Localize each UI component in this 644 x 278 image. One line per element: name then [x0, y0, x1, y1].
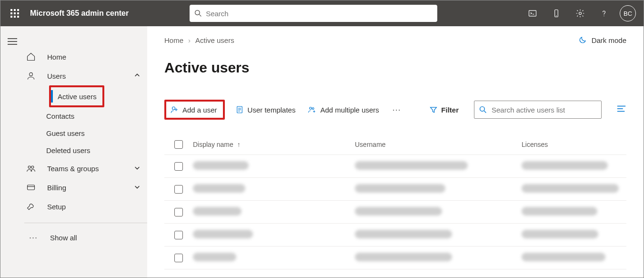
cell-licenses [522, 230, 598, 238]
cell-username [355, 253, 452, 261]
sidebar-item-teams-groups[interactable]: Teams & groups [24, 159, 147, 178]
help-icon[interactable] [594, 3, 614, 23]
add-user-label: Add a user [182, 106, 217, 114]
sidebar-show-all-label: Show all [50, 234, 77, 242]
filter-icon [430, 106, 437, 113]
sidebar-sub-label: Contacts [46, 112, 74, 120]
highlight-add-user: Add a user [164, 100, 225, 120]
list-search-box[interactable] [474, 101, 602, 119]
svg-point-21 [28, 166, 30, 168]
add-multiple-label: Add multiple users [320, 106, 379, 114]
sidebar-item-setup[interactable]: Setup [24, 197, 147, 216]
svg-rect-23 [28, 185, 35, 190]
sidebar-item-label: Users [47, 72, 66, 80]
add-user-button[interactable]: Add a user [168, 103, 219, 117]
chevron-up-icon [134, 72, 141, 80]
cell-licenses [522, 207, 597, 216]
billing-icon [24, 183, 41, 192]
cell-licenses [522, 184, 619, 193]
cell-licenses [522, 161, 608, 170]
filter-button[interactable]: Filter [430, 106, 459, 114]
row-checkbox[interactable] [174, 162, 183, 171]
row-checkbox[interactable] [174, 185, 183, 194]
svg-rect-5 [17, 12, 19, 14]
col-header-display-name[interactable]: Display name↑ [193, 141, 355, 148]
col-header-licenses[interactable]: Licenses [522, 141, 626, 148]
global-search-box[interactable] [190, 5, 437, 22]
search-icon [479, 106, 487, 113]
sidebar-item-home[interactable]: Home [24, 47, 147, 66]
svg-line-10 [200, 14, 201, 16]
sidebar-sub-deleted-users[interactable]: Deleted users [41, 142, 147, 159]
chevron-down-icon [134, 184, 141, 192]
cell-username [355, 184, 445, 193]
moon-icon [578, 36, 587, 44]
list-search-input[interactable] [492, 106, 596, 114]
sidebar-item-label: Home [47, 53, 66, 61]
add-multiple-users-button[interactable]: Add multiple users [306, 103, 381, 117]
sidebar-users-sublist: Active users Contacts Guest users Delete… [24, 85, 147, 159]
user-templates-button[interactable]: User templates [233, 103, 298, 117]
svg-rect-0 [10, 9, 12, 11]
sidebar-sub-guest-users[interactable]: Guest users [41, 124, 147, 142]
svg-point-16 [604, 16, 604, 16]
table-row[interactable] [164, 201, 626, 224]
account-avatar[interactable]: BC [620, 5, 636, 21]
svg-rect-11 [529, 10, 536, 16]
col-header-username[interactable]: Username [355, 141, 522, 148]
sidebar-divider [24, 223, 147, 223]
cell-licenses [522, 253, 605, 261]
global-search-input[interactable] [206, 10, 433, 18]
cell-username [355, 230, 452, 238]
shell-command-icon[interactable] [523, 3, 543, 23]
breadcrumb: Home › Active users [164, 36, 234, 44]
svg-point-15 [579, 12, 582, 15]
home-icon [24, 52, 41, 62]
select-all-checkbox[interactable] [174, 140, 183, 149]
cell-display-name [193, 207, 242, 216]
page-title: Active users [164, 60, 626, 76]
chevron-down-icon [134, 165, 141, 173]
breadcrumb-separator: › [188, 36, 191, 44]
row-checkbox[interactable] [174, 208, 183, 216]
cell-display-name [193, 161, 249, 170]
templates-icon [235, 105, 244, 114]
row-checkbox[interactable] [174, 254, 183, 262]
svg-point-22 [31, 166, 34, 168]
mobile-icon[interactable] [546, 3, 566, 23]
add-user-icon [170, 105, 179, 114]
svg-rect-6 [10, 16, 12, 18]
cell-username [355, 207, 442, 216]
table-header-row: Display name↑ Username Licenses [164, 134, 626, 155]
cell-display-name [193, 253, 236, 261]
command-bar: Add a user User templates Add multiple u… [164, 100, 626, 120]
filter-label: Filter [441, 106, 459, 114]
global-search-wrap [190, 5, 437, 22]
highlight-sidebar-active-users: Active users [49, 85, 104, 107]
nav-collapse-toggle[interactable] [3, 32, 22, 51]
cell-display-name [193, 184, 245, 193]
sidebar-item-billing[interactable]: Billing [24, 178, 147, 197]
add-multiple-icon [308, 105, 316, 114]
breadcrumb-home[interactable]: Home [164, 36, 183, 44]
user-icon [24, 71, 41, 81]
app-launcher-icon[interactable] [5, 4, 24, 23]
table-row[interactable] [164, 247, 626, 269]
table-row[interactable] [164, 155, 626, 178]
sidebar-item-label: Setup [47, 203, 66, 211]
table-row[interactable] [164, 224, 626, 247]
sidebar-item-users[interactable]: Users [24, 66, 147, 85]
sidebar-show-all[interactable]: ··· Show all [24, 228, 147, 247]
column-options-button[interactable] [617, 104, 626, 115]
column-options-icon [617, 104, 626, 113]
nav-rail [0, 26, 24, 278]
settings-gear-icon[interactable] [570, 3, 590, 23]
sidebar-sub-contacts[interactable]: Contacts [41, 107, 147, 124]
sidebar-sub-active-users[interactable]: Active users [51, 87, 102, 105]
command-overflow-button[interactable]: ··· [390, 105, 404, 115]
dark-mode-toggle[interactable]: Dark mode [578, 36, 626, 44]
table-row[interactable] [164, 178, 626, 201]
ellipsis-icon: ··· [26, 233, 43, 243]
svg-rect-4 [14, 12, 16, 14]
row-checkbox[interactable] [174, 231, 183, 239]
